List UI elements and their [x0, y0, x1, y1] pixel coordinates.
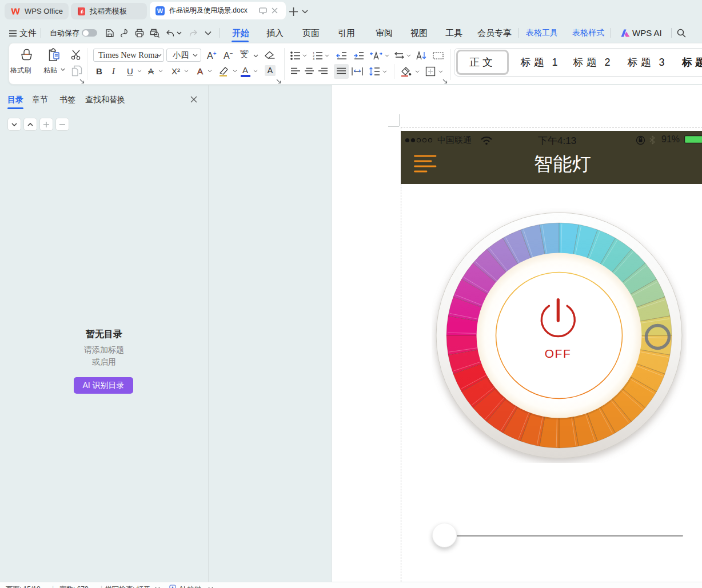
svg-text:OFF: OFF [545, 347, 572, 360]
svg-text:3: 3 [313, 57, 314, 60]
